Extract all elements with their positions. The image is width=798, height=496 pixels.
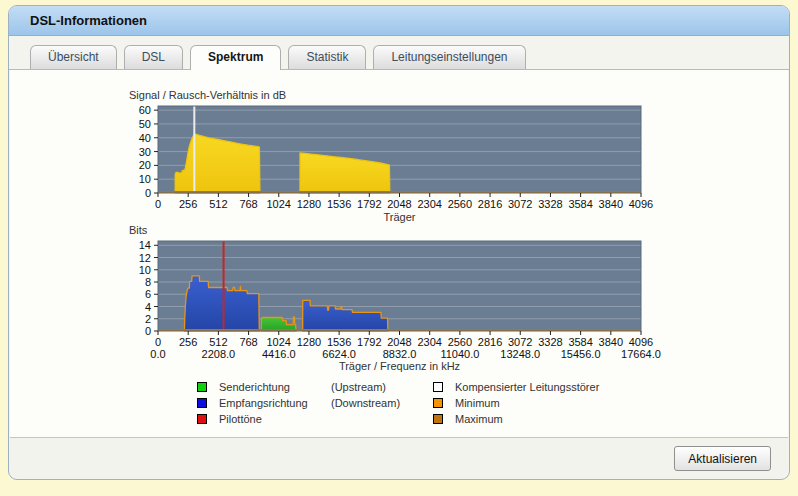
panel-title: DSL-Informationen xyxy=(9,6,789,36)
snr-chart: Signal / Rausch-Verhältnis in dB 0102030… xyxy=(116,89,661,228)
svg-text:17664.0: 17664.0 xyxy=(621,348,661,360)
svg-text:0: 0 xyxy=(155,336,161,348)
svg-text:2: 2 xyxy=(145,313,151,325)
svg-text:4096: 4096 xyxy=(629,336,653,348)
svg-text:2816: 2816 xyxy=(478,336,502,348)
svg-text:1792: 1792 xyxy=(357,198,381,210)
svg-text:3584: 3584 xyxy=(568,198,592,210)
legend-row: Pilottöne Maximum xyxy=(197,412,627,428)
svg-text:1792: 1792 xyxy=(357,336,381,348)
svg-text:1536: 1536 xyxy=(327,198,351,210)
svg-text:1024: 1024 xyxy=(267,198,291,210)
svg-text:1536: 1536 xyxy=(327,336,351,348)
svg-text:13248.0: 13248.0 xyxy=(500,348,540,360)
legend-row: Empfangsrichtung (Downstream) Minimum xyxy=(197,396,627,412)
svg-text:3584: 3584 xyxy=(568,336,592,348)
svg-text:768: 768 xyxy=(239,336,257,348)
kompensierter-leitungsstoerer-swatch-icon xyxy=(433,382,443,392)
snr-chart-title: Signal / Rausch-Verhältnis in dB xyxy=(129,89,661,103)
legend-label-empfangsrichtung: Empfangsrichtung xyxy=(219,397,308,409)
legend: Senderichtung (Upstream) Kompensierter L… xyxy=(197,380,627,428)
svg-text:2048: 2048 xyxy=(387,336,411,348)
svg-text:2304: 2304 xyxy=(417,198,441,210)
svg-text:6624.0: 6624.0 xyxy=(322,348,356,360)
svg-text:0: 0 xyxy=(145,325,151,337)
svg-text:1280: 1280 xyxy=(297,336,321,348)
svg-text:60: 60 xyxy=(139,104,151,116)
bits-chart-title: Bits xyxy=(129,224,661,238)
svg-text:Träger: Träger xyxy=(384,211,416,223)
tab-spektrum[interactable]: Spektrum xyxy=(190,45,281,70)
svg-text:Träger / Frequenz in kHz: Träger / Frequenz in kHz xyxy=(339,360,460,372)
tab-leitungseinstellungen[interactable]: Leitungseinstellungen xyxy=(373,45,525,69)
svg-text:30: 30 xyxy=(139,146,151,158)
svg-text:256: 256 xyxy=(179,336,197,348)
svg-text:0: 0 xyxy=(155,198,161,210)
svg-text:2048: 2048 xyxy=(387,198,411,210)
minimum-swatch-icon xyxy=(433,398,443,408)
svg-text:512: 512 xyxy=(209,336,227,348)
bits-chart: Bits 02468101214025651276810241280153617… xyxy=(116,224,661,378)
svg-text:1024: 1024 xyxy=(267,336,291,348)
footer-bar: Aktualisieren xyxy=(10,437,788,478)
svg-text:2208.0: 2208.0 xyxy=(202,348,236,360)
dsl-informationen-panel: DSL-Informationen Übersicht DSL Spektrum… xyxy=(8,5,790,480)
svg-text:256: 256 xyxy=(179,198,197,210)
svg-text:0: 0 xyxy=(145,187,151,199)
svg-text:2304: 2304 xyxy=(417,336,441,348)
svg-text:2560: 2560 xyxy=(448,336,472,348)
svg-text:10: 10 xyxy=(139,173,151,185)
legend-label-senderichtung: Senderichtung xyxy=(219,381,290,393)
snr-chart-plot: 0102030405060025651276810241280153617922… xyxy=(116,103,661,228)
upstream-swatch-icon xyxy=(197,382,207,392)
tab-uebersicht[interactable]: Übersicht xyxy=(30,45,117,69)
pilottoene-swatch-icon xyxy=(197,414,207,424)
svg-text:4416.0: 4416.0 xyxy=(262,348,296,360)
svg-text:0.0: 0.0 xyxy=(150,348,165,360)
svg-text:50: 50 xyxy=(139,118,151,130)
svg-text:3840: 3840 xyxy=(599,336,623,348)
svg-text:15456.0: 15456.0 xyxy=(561,348,601,360)
legend-label-minimum: Minimum xyxy=(455,397,500,409)
svg-text:8: 8 xyxy=(145,276,151,288)
legend-row: Senderichtung (Upstream) Kompensierter L… xyxy=(197,380,627,396)
svg-text:4096: 4096 xyxy=(629,198,653,210)
svg-text:2816: 2816 xyxy=(478,198,502,210)
svg-text:3072: 3072 xyxy=(508,336,532,348)
svg-text:8832.0: 8832.0 xyxy=(383,348,417,360)
svg-text:12: 12 xyxy=(139,252,151,264)
svg-text:4: 4 xyxy=(145,301,151,313)
svg-text:3840: 3840 xyxy=(599,198,623,210)
svg-text:512: 512 xyxy=(209,198,227,210)
svg-text:3328: 3328 xyxy=(538,198,562,210)
spektrum-tab-content: Signal / Rausch-Verhältnis in dB 0102030… xyxy=(10,70,788,438)
legend-label-pilottoene: Pilottöne xyxy=(219,413,262,425)
legend-label-maximum: Maximum xyxy=(455,413,503,425)
svg-text:20: 20 xyxy=(139,159,151,171)
bits-chart-plot: 0246810121402565127681024128015361792204… xyxy=(116,238,661,378)
svg-text:10: 10 xyxy=(139,264,151,276)
svg-text:3072: 3072 xyxy=(508,198,532,210)
svg-text:14: 14 xyxy=(139,239,151,251)
svg-text:11040.0: 11040.0 xyxy=(440,348,479,360)
svg-text:768: 768 xyxy=(239,198,257,210)
legend-sub-downstream: (Downstream) xyxy=(331,397,400,409)
svg-text:6: 6 xyxy=(145,288,151,300)
svg-text:1280: 1280 xyxy=(297,198,321,210)
legend-label-kompensierter-leitungsstoerer: Kompensierter Leitungsstörer xyxy=(455,381,599,393)
maximum-swatch-icon xyxy=(433,414,443,424)
svg-text:40: 40 xyxy=(139,132,151,144)
legend-sub-upstream: (Upstream) xyxy=(331,381,386,393)
tab-statistik[interactable]: Statistik xyxy=(288,45,366,69)
aktualisieren-button[interactable]: Aktualisieren xyxy=(674,446,771,471)
svg-text:3328: 3328 xyxy=(538,336,562,348)
downstream-swatch-icon xyxy=(197,398,207,408)
svg-text:2560: 2560 xyxy=(448,198,472,210)
tab-dsl[interactable]: DSL xyxy=(124,45,183,69)
tab-bar: Übersicht DSL Spektrum Statistik Leitung… xyxy=(9,45,789,70)
